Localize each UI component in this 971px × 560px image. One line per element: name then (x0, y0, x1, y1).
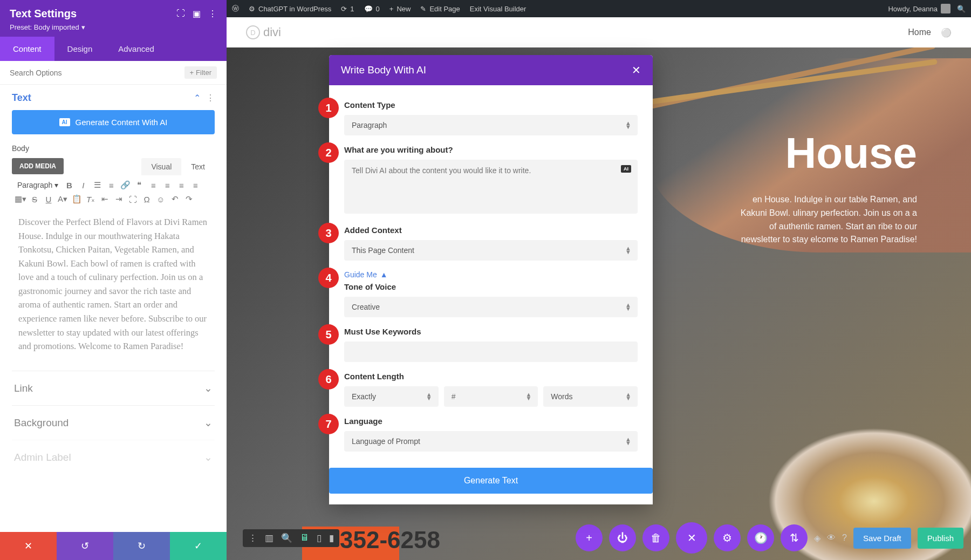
length-mode-select[interactable]: Exactly (344, 386, 439, 407)
keywords-input[interactable] (344, 342, 638, 362)
bold-icon[interactable]: B (63, 179, 76, 192)
history-button[interactable]: 🕐 (747, 524, 774, 551)
phone-icon[interactable]: ▮ (329, 532, 334, 544)
strike-icon[interactable]: S (28, 193, 41, 206)
tab-design[interactable]: Design (54, 37, 106, 61)
add-button[interactable]: + (576, 524, 603, 551)
context-select[interactable]: This Page Content (344, 240, 638, 261)
align-left-icon[interactable]: ≡ (147, 179, 160, 192)
delete-button[interactable]: 🗑 (642, 524, 669, 551)
focus-icon[interactable]: ⛶ (176, 9, 185, 19)
length-unit-select[interactable]: Words (543, 386, 638, 407)
comments-link[interactable]: 💬 0 (364, 5, 380, 13)
paste-icon[interactable]: 📋 (70, 193, 83, 206)
table-icon[interactable]: ▦▾ (14, 193, 27, 206)
indent-icon[interactable]: ⇥ (112, 193, 125, 206)
guide-me-link[interactable]: Guide Me ▲ (344, 270, 638, 279)
clear-format-icon[interactable]: Tₓ (84, 193, 97, 206)
settings-button[interactable]: ⚙ (714, 524, 741, 551)
accordion-background[interactable]: Background⌄ (12, 405, 215, 440)
zoom-icon[interactable]: 🔍 (281, 532, 292, 544)
panel-title: Text Settings (10, 8, 77, 20)
ai-badge-icon: AI (59, 118, 70, 126)
cancel-button[interactable]: ✕ (0, 532, 57, 560)
more-icon[interactable]: ⋮ (248, 532, 257, 544)
search-options-input[interactable] (10, 69, 184, 77)
search-icon[interactable]: 🔍 (957, 5, 966, 13)
tone-select[interactable]: Creative (344, 297, 638, 317)
editor-tab-text[interactable]: Text (181, 158, 215, 175)
tablet-icon[interactable]: ▯ (317, 532, 322, 544)
eye-icon[interactable]: 👁 (827, 533, 836, 543)
tab-advanced[interactable]: Advanced (105, 37, 167, 61)
redo-button[interactable]: ↻ (113, 532, 170, 560)
collapse-icon[interactable]: ⌃ (194, 93, 201, 103)
filter-button[interactable]: + Filter (184, 66, 217, 79)
emoji-icon[interactable]: ☺ (154, 193, 167, 206)
body-editor[interactable]: Discover the Perfect Blend of Flavors at… (12, 209, 215, 371)
flow-button[interactable]: ⇅ (781, 524, 808, 551)
section-more-icon[interactable]: ⋮ (206, 93, 215, 103)
textcolor-icon[interactable]: A▾ (56, 193, 69, 206)
editor-toolbar: Paragraph ▾ B I ☰ ≡ 🔗 ❝ ≡ ≡ ≡ ≡ ▦▾ S U A… (12, 175, 215, 209)
redo-icon[interactable]: ↷ (182, 193, 195, 206)
step-badge: 7 (318, 414, 339, 434)
ul-icon[interactable]: ☰ (91, 179, 104, 192)
fullscreen-icon[interactable]: ⛶ (126, 193, 139, 206)
chatgpt-plugin-link[interactable]: ⚙ ChatGPT in WordPress (249, 5, 331, 13)
content-type-select[interactable]: Paragraph (344, 115, 638, 135)
search-icon[interactable]: ⚪ (941, 28, 952, 38)
about-textarea[interactable] (344, 160, 638, 214)
publish-button[interactable]: Publish (918, 528, 963, 549)
generate-text-button[interactable]: Generate Text (329, 468, 653, 494)
language-select[interactable]: Language of Prompt (344, 431, 638, 452)
howdy-user[interactable]: Howdy, Deanna (888, 4, 951, 13)
desktop-icon[interactable]: 🖥 (300, 532, 309, 543)
exit-builder-link[interactable]: Exit Visual Builder (470, 5, 526, 13)
wp-logo-icon[interactable]: ⓦ (232, 4, 239, 13)
help-icon[interactable]: ? (842, 533, 847, 543)
power-button[interactable]: ⏻ (609, 524, 636, 551)
length-count-input[interactable] (444, 386, 538, 407)
italic-icon[interactable]: I (77, 179, 90, 192)
expand-icon[interactable]: ▣ (193, 9, 201, 19)
editor-tab-visual[interactable]: Visual (141, 158, 181, 175)
ai-modal: Write Body With AI ✕ 1 Content Type Para… (329, 55, 653, 504)
more-icon[interactable]: ⋮ (208, 9, 217, 19)
site-nav: Ddivi Home ⚪ (227, 17, 971, 47)
ai-icon[interactable]: AI (621, 165, 631, 173)
align-right-icon[interactable]: ≡ (175, 179, 188, 192)
save-button[interactable]: ✓ (170, 532, 227, 560)
close-icon[interactable]: ✕ (632, 64, 641, 77)
hero-title: House (785, 128, 918, 178)
accordion-link[interactable]: Link⌄ (12, 371, 215, 405)
context-label: Added Context (344, 226, 638, 235)
nav-home[interactable]: Home (908, 28, 931, 37)
specialchar-icon[interactable]: Ω (140, 193, 153, 206)
divi-logo[interactable]: Ddivi (246, 25, 281, 39)
accordion-admin-label[interactable]: Admin Label⌄ (12, 440, 215, 474)
save-draft-button[interactable]: Save Draft (853, 528, 911, 549)
align-justify-icon[interactable]: ≡ (189, 179, 202, 192)
quote-icon[interactable]: ❝ (133, 179, 146, 192)
updates-link[interactable]: ⟳ 1 (341, 5, 354, 13)
format-select[interactable]: Paragraph ▾ (14, 179, 61, 192)
undo-icon[interactable]: ↶ (168, 193, 181, 206)
underline-icon[interactable]: U (42, 193, 55, 206)
add-media-button[interactable]: ADD MEDIA (12, 158, 64, 174)
link-icon[interactable]: 🔗 (119, 179, 132, 192)
undo-button[interactable]: ↺ (57, 532, 113, 560)
outdent-icon[interactable]: ⇤ (98, 193, 111, 206)
new-link[interactable]: + New (389, 5, 411, 13)
keywords-label: Must Use Keywords (344, 327, 638, 336)
align-center-icon[interactable]: ≡ (161, 179, 174, 192)
close-builder-button[interactable]: ✕ (676, 522, 707, 554)
edit-page-link[interactable]: ✎ Edit Page (420, 5, 460, 13)
ol-icon[interactable]: ≡ (105, 179, 118, 192)
language-label: Language (344, 416, 638, 426)
preset-selector[interactable]: Preset: Body imported ▾ (10, 23, 217, 31)
tab-content[interactable]: Content (0, 37, 54, 61)
wireframe-icon[interactable]: ▥ (265, 532, 273, 544)
layers-icon[interactable]: ◈ (814, 533, 820, 543)
generate-content-button[interactable]: AI Generate Content With AI (12, 110, 215, 134)
